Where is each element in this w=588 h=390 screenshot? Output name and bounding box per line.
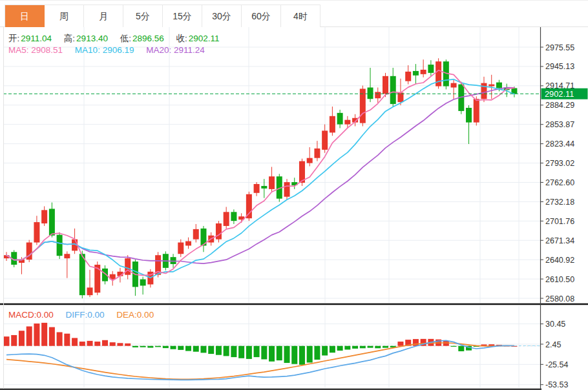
svg-text:2975.55: 2975.55 <box>545 43 574 52</box>
tab-15min[interactable]: 15分 <box>163 5 202 27</box>
svg-text:2.45: 2.45 <box>545 340 561 349</box>
macd-label: MACD: <box>8 310 37 320</box>
ohlc-readout: 开:2911.04 高:2913.40 低:2896.56 收:2902.11 <box>8 33 229 45</box>
svg-text:2762.60: 2762.60 <box>545 178 574 187</box>
high-value: 2913.40 <box>76 34 108 43</box>
svg-text:2701.76: 2701.76 <box>545 217 574 226</box>
diff-value: 0.00 <box>87 310 104 320</box>
svg-text:2580.08: 2580.08 <box>545 294 574 303</box>
svg-text:2902.11: 2902.11 <box>545 89 574 99</box>
kline-chart[interactable]: 2975.552945.132914.712884.292853.872823.… <box>0 0 588 390</box>
ma20-label: MA20: <box>146 45 171 55</box>
svg-text:2853.87: 2853.87 <box>545 120 574 129</box>
svg-text:2884.29: 2884.29 <box>545 101 574 110</box>
ma5-value: 2908.51 <box>31 45 63 55</box>
svg-text:-53.53: -53.53 <box>545 380 568 389</box>
close-value: 2902.11 <box>189 34 220 43</box>
low-value: 2896.56 <box>132 34 164 43</box>
ma20-value: 2911.24 <box>174 45 205 55</box>
tab-month[interactable]: 月 <box>84 5 123 27</box>
ma10-value: 2906.19 <box>103 45 134 55</box>
svg-text:2945.13: 2945.13 <box>545 62 574 71</box>
open-label: 开: <box>8 34 19 43</box>
svg-text:-25.54: -25.54 <box>545 360 568 369</box>
kline-app: 日 周 月 5分 15分 30分 60分 4时 2975.552945.1329… <box>0 0 588 390</box>
close-label: 收: <box>176 34 187 43</box>
diff-label: DIFF: <box>66 310 88 320</box>
dea-value: 0.00 <box>137 310 154 320</box>
svg-text:30.45: 30.45 <box>545 320 565 329</box>
svg-text:2640.92: 2640.92 <box>545 256 574 265</box>
timeframe-tabbar: 日 周 月 5分 15分 30分 60分 4时 <box>5 5 320 27</box>
ma10-label: MA10: <box>75 45 100 55</box>
svg-text:2793.02: 2793.02 <box>545 159 574 168</box>
dea-label: DEA: <box>116 310 137 320</box>
tab-30min[interactable]: 30分 <box>202 5 242 27</box>
tab-60min[interactable]: 60分 <box>242 5 281 27</box>
svg-text:2732.18: 2732.18 <box>545 198 574 207</box>
open-value: 2911.04 <box>21 34 52 43</box>
macd-value: 0.00 <box>37 310 54 320</box>
ma5-label: MA5: <box>8 45 29 55</box>
svg-text:2671.34: 2671.34 <box>545 236 574 245</box>
svg-text:2823.44: 2823.44 <box>545 139 574 149</box>
tab-5min[interactable]: 5分 <box>123 5 163 27</box>
tab-day[interactable]: 日 <box>5 5 45 27</box>
ma-readout: MA5: 2908.51 MA10: 2906.19 MA20: 2911.24 <box>8 45 215 55</box>
tab-4hour[interactable]: 4时 <box>281 5 320 27</box>
macd-readout: MACD:0.00 DIFF:0.00 DEA:0.00 <box>8 310 163 320</box>
high-label: 高: <box>64 34 75 43</box>
tab-week[interactable]: 周 <box>45 5 84 27</box>
svg-text:2610.50: 2610.50 <box>545 275 574 284</box>
low-label: 低: <box>120 34 131 43</box>
